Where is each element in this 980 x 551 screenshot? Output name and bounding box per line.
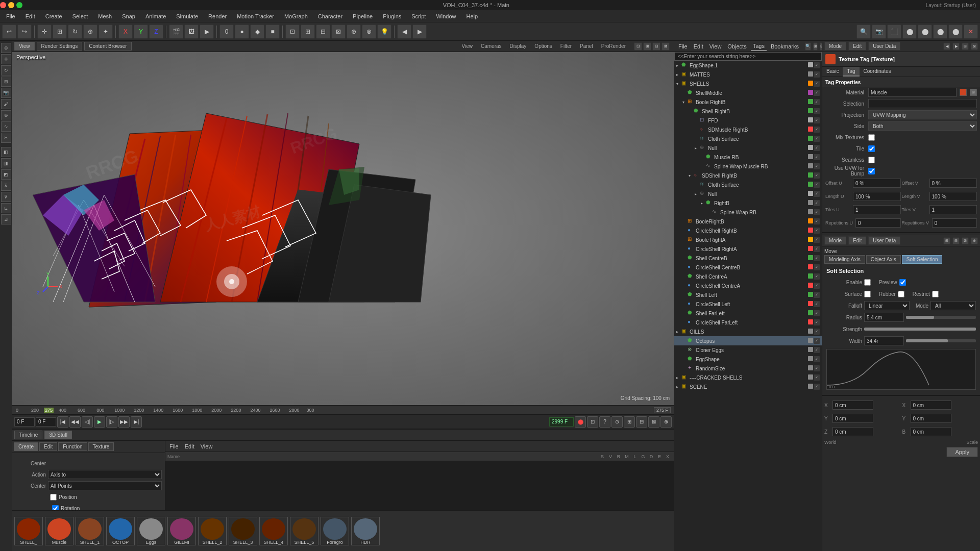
tree-vis-20[interactable]: ✓	[814, 246, 820, 252]
tree-item[interactable]: ⬟ Shell RightB ✓	[674, 107, 822, 116]
tab-content-browser[interactable]: Content Browser	[84, 42, 131, 51]
timeline-ruler[interactable]: 0 200 275 400 600 800 1000 1200 1400 160…	[12, 405, 674, 414]
tree-vis-25[interactable]: ✓	[814, 292, 820, 298]
hier-edit[interactable]: Edit	[692, 42, 705, 51]
tree-vis-14[interactable]: ✓	[814, 191, 820, 197]
tab-tag[interactable]: Tag	[843, 67, 859, 77]
tab-3dstuff[interactable]: 3D Stuff	[44, 431, 72, 439]
tree-item[interactable]: ⬟ Shell CentreB ✓	[674, 254, 822, 263]
object-mode-btn[interactable]: 0	[219, 24, 234, 39]
maximize-button[interactable]	[16, 2, 22, 8]
tree-item[interactable]: ∿ Spline Wrap RB ✓	[674, 208, 822, 217]
tree-vis-12[interactable]: ✓	[814, 172, 820, 179]
play-prev-key[interactable]: ◁|	[82, 416, 93, 428]
lt-spline[interactable]: ∿	[1, 121, 11, 132]
tree-arrow-2[interactable]: ▾	[676, 82, 681, 86]
preview-check[interactable]	[899, 279, 906, 286]
prop-userdata-btn[interactable]: User Data	[868, 42, 900, 51]
tree-color-1[interactable]	[808, 71, 813, 77]
selection-input[interactable]	[868, 99, 977, 108]
tree-item[interactable]: ● CircleShell Left ✓	[674, 299, 822, 309]
menu-script[interactable]: Script	[409, 12, 428, 20]
width-slider-container[interactable]	[906, 339, 976, 342]
tree-item[interactable]: ⟐ SDMuscle RightB ✓	[674, 125, 822, 134]
prop-icon3[interactable]: ⊞	[962, 43, 969, 50]
tree-color-4[interactable]	[808, 99, 813, 104]
tree-vis-2[interactable]: ✓	[814, 81, 820, 87]
enable-check[interactable]	[864, 279, 871, 286]
tree-item[interactable]: ▸ ⬟ RightB ✓	[674, 198, 822, 208]
tree-item[interactable]: ● CircleShell FarLeft ✓	[674, 318, 822, 327]
tiles-u-input[interactable]	[853, 205, 901, 214]
material-thumb-2[interactable]: SHELL_1	[76, 517, 104, 545]
y-axis-btn[interactable]: Y	[134, 24, 148, 39]
fl-menu-edit[interactable]: Edit	[183, 442, 197, 450]
offset-v-input[interactable]	[929, 179, 977, 188]
menu-window[interactable]: Window	[434, 12, 458, 20]
tree-item[interactable]: ▸ ▣ SCENE ✓	[674, 382, 822, 391]
tree-item[interactable]: ▸ ▣ ----CRACKED SHELLS ✓	[674, 373, 822, 382]
close-button[interactable]	[0, 2, 6, 8]
x-coord-input[interactable]	[832, 400, 873, 410]
lt-rotate[interactable]: ↻	[1, 65, 11, 76]
tree-color-0[interactable]	[808, 62, 813, 67]
tree-color-17[interactable]	[808, 218, 813, 223]
rep-v-input[interactable]	[932, 218, 977, 228]
lt-move[interactable]: ✛	[1, 54, 11, 64]
menu-character[interactable]: Character	[316, 12, 345, 20]
tree-color-12[interactable]	[808, 172, 813, 178]
tree-vis-34[interactable]: ✓	[814, 374, 820, 381]
move-tool[interactable]: ✛	[37, 24, 52, 39]
nav2-btn[interactable]: ▶	[412, 24, 427, 39]
pb-tool3[interactable]: ⊙	[611, 416, 623, 428]
tree-color-21[interactable]	[808, 255, 813, 260]
menu-motion-tracker[interactable]: Motion Tracker	[235, 12, 276, 20]
tree-item[interactable]: ▾ ▣ SHELLS ✓	[674, 79, 822, 88]
tree-vis-13[interactable]: ✓	[814, 182, 820, 188]
tree-color-10[interactable]	[808, 154, 813, 159]
menu-mesh[interactable]: Mesh	[96, 12, 114, 20]
tree-color-2[interactable]	[808, 81, 813, 86]
width-slider[interactable]	[906, 339, 976, 342]
lt-select[interactable]: ⊕	[1, 43, 11, 53]
vp-menu-filter[interactable]: Filter	[557, 42, 575, 50]
tab-timeline[interactable]: Timeline	[14, 431, 42, 439]
tree-color-13[interactable]	[808, 182, 813, 187]
tree-item[interactable]: ⊡ FFD ✓	[674, 116, 822, 125]
rubber-check[interactable]	[898, 291, 904, 297]
tree-arrow-34[interactable]: ▸	[676, 375, 681, 380]
z2-coord-input[interactable]	[911, 427, 951, 436]
projection-select[interactable]: UVW Mapping	[868, 110, 977, 119]
tree-vis-26[interactable]: ✓	[814, 301, 820, 307]
nav1-btn[interactable]: ◀	[397, 24, 411, 39]
tree-item[interactable]: ⊞ BooleRightB ✓	[674, 217, 822, 226]
close-panel-btn[interactable]: ✕	[964, 24, 978, 39]
menu-pipeline[interactable]: Pipeline	[351, 12, 375, 20]
tree-item[interactable]: ≋ Cloth Surface ✓	[674, 134, 822, 143]
pb-tool7[interactable]: ⊕	[660, 416, 672, 428]
snap6-btn[interactable]: ⊗	[362, 24, 376, 39]
bot-icon4[interactable]: ⊕	[971, 237, 978, 244]
uvw-bump-check[interactable]	[868, 168, 875, 174]
radius-slider[interactable]	[906, 316, 976, 319]
falloff-select[interactable]: Linear	[864, 301, 910, 310]
lt-tool1[interactable]: ◧	[1, 147, 11, 157]
tree-item[interactable]: ● CircleShell CentreB ✓	[674, 263, 822, 272]
lt-sculpt[interactable]: ⊛	[1, 110, 11, 120]
tree-color-29[interactable]	[808, 329, 813, 334]
bot-icon1[interactable]: ⊞	[943, 237, 950, 244]
material-thumb-9[interactable]: SHELL_5	[290, 517, 318, 545]
tree-vis-1[interactable]: ✓	[814, 71, 820, 78]
menu-file[interactable]: File	[4, 12, 17, 20]
tree-color-22[interactable]	[808, 264, 813, 269]
lt-tool2[interactable]: ◨	[1, 158, 11, 168]
material-thumb-11[interactable]: HDR	[351, 517, 380, 545]
tree-item[interactable]: ▾ ⊞ Boole RightB ✓	[674, 97, 822, 107]
tree-color-6[interactable]	[808, 117, 813, 122]
prop-mode-btn[interactable]: Mode	[824, 42, 846, 51]
mode-select[interactable]: All	[930, 301, 976, 310]
tree-vis-15[interactable]: ✓	[814, 200, 820, 206]
tiles-v-input[interactable]	[929, 205, 977, 214]
tab-view[interactable]: View	[14, 42, 35, 51]
modeling-axis-btn[interactable]: Modeling Axis	[824, 255, 865, 264]
